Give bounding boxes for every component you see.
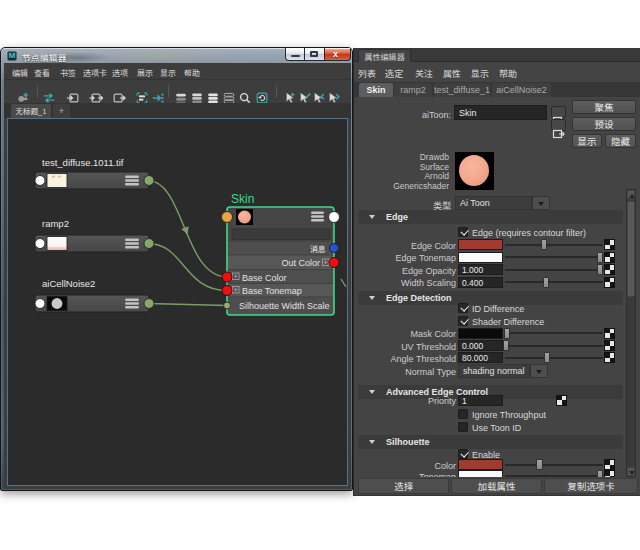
map-texture-icon-edge_tonemap[interactable] [604,252,615,263]
node-name-input[interactable]: Skin [454,105,547,120]
regraph-icon[interactable] [255,86,269,100]
node-skin[interactable]: Skin 消息 Out Color Base Color Base Tonema… [222,189,340,315]
map-texture-icon-edge_color[interactable] [604,239,615,250]
slider-handle-edge_tonemap[interactable] [597,252,604,263]
unpin-attribute-editor-icon[interactable] [551,119,566,131]
dropdown-normal_type[interactable]: shading normal [458,364,530,378]
dropdown-arrow-icon-normal_type[interactable] [530,364,548,378]
slider-handle-sil_tonemap[interactable] [597,470,604,477]
search-icon[interactable] [238,86,252,100]
graph-inout-icon[interactable] [89,86,103,100]
ae-node-tab-aiCellNoise2[interactable]: aiCellNoise2 [492,83,551,97]
maximize-button[interactable] [305,48,324,61]
node-test-diffuse[interactable]: test_diffuse.1011.tif [35,155,154,189]
map-texture-icon-priority[interactable] [556,395,567,406]
color-swatch-sil_tonemap[interactable] [458,470,503,477]
slider-handle-edge_opacity[interactable] [597,264,604,275]
material-preview-swatch[interactable] [455,152,494,190]
close-button[interactable]: x [324,48,351,61]
ae-menu-5[interactable]: 显示 [471,67,489,80]
checkbox-use_toon_id[interactable] [458,422,468,432]
value-field-edge_opacity[interactable]: 1.000 [458,264,503,275]
select-left-icon[interactable] [312,86,326,100]
node-editor-titlebar[interactable]: M 节点编辑器 x [1,48,352,63]
map-texture-icon-uv_threshold[interactable] [604,340,615,351]
select-downstream-icon[interactable] [283,86,297,100]
map-texture-icon-sil_color[interactable] [604,459,615,470]
show-button[interactable]: 显示 [572,134,602,148]
tab-untitled-1[interactable]: 无标题_1 [11,104,51,118]
color-swatch-edge_tonemap[interactable] [458,252,503,263]
map-texture-icon-edge_opacity[interactable] [604,264,615,275]
graph-input-icon[interactable] [66,86,80,100]
minimize-button[interactable] [285,48,305,61]
map-texture-icon-width_scaling[interactable] [604,277,615,288]
ne-menu-3[interactable]: 书签 [60,67,76,78]
layout-full-icon[interactable] [206,86,220,100]
ae-menu-2[interactable]: 选定 [385,67,403,80]
ne-menu-6[interactable]: 展示 [137,67,153,78]
collapse-triangle-icon[interactable] [369,440,375,444]
pin-attribute-editor-icon[interactable] [551,106,566,118]
ne-menu-1[interactable]: 编辑 [12,67,28,78]
node-graph-canvas[interactable]: test_diffuse.1011.tif ramp2 aiCellNoise2… [7,118,348,486]
slider-handle-uv_threshold[interactable] [503,340,510,351]
collapse-triangle-icon[interactable] [369,215,375,219]
value-field-angle_threshold[interactable]: 80.000 [458,352,503,363]
ne-menu-4[interactable]: 选项卡 [83,67,107,78]
map-texture-icon-mask_color[interactable] [604,328,615,339]
ae-menu-1[interactable]: 列表 [358,67,376,80]
swap-io-icon[interactable] [42,86,56,100]
pin-selected-icon[interactable] [151,86,165,100]
checkbox-sil_enable[interactable] [458,449,468,459]
ae-node-tab-ramp2[interactable]: ramp2 [394,83,432,97]
value-field-width_scaling[interactable]: 0.400 [458,277,503,288]
focus-button[interactable]: 聚焦 [572,100,636,114]
create-node-icon[interactable] [16,86,30,100]
ne-menu-5[interactable]: 选项 [112,67,128,78]
scroll-down-icon[interactable] [627,467,635,476]
select-right-icon[interactable] [327,86,341,100]
ne-menu-2[interactable]: 查看 [34,67,50,78]
select-button[interactable]: 选择 [358,478,449,494]
checkbox-id_difference[interactable] [458,303,468,313]
presets-button[interactable]: 预设 [572,117,636,131]
ne-menu-7[interactable]: 显示 [160,67,176,78]
color-swatch-sil_color[interactable] [458,459,503,470]
slider-handle-width_scaling[interactable] [543,277,550,288]
copy-tab-button[interactable]: 复制选项卡 [544,478,638,494]
value-field-uv_threshold[interactable]: 0.000 [458,340,503,351]
slider-handle-mask_color[interactable] [504,328,511,339]
node-aicellnoise2[interactable]: aiCellNoise2 [35,276,154,312]
color-swatch-mask_color[interactable] [458,328,503,339]
slider-handle-edge_color[interactable] [541,239,548,250]
node-ramp2[interactable]: ramp2 [35,216,154,252]
load-attributes-button[interactable]: 加载属性 [451,478,542,494]
color-swatch-edge_color[interactable] [458,239,503,250]
slider-handle-sil_color[interactable] [536,459,543,470]
ae-menu-3[interactable]: 关注 [415,67,433,80]
scrollbar-thumb[interactable] [627,201,635,297]
ae-node-tab-Skin[interactable]: Skin [359,83,393,97]
map-texture-icon-sil_tonemap[interactable] [604,470,615,477]
layout-simple-icon[interactable] [174,86,188,100]
collapse-triangle-icon[interactable] [369,296,375,300]
section-header-edge_header[interactable]: Edge [358,210,623,224]
scroll-up-icon[interactable] [627,190,635,199]
add-tab-button[interactable]: + [53,104,70,118]
slider-handle-angle_threshold[interactable] [544,352,551,363]
checkbox-shader_difference[interactable] [458,316,468,326]
attribute-editor-tab[interactable]: 属性编辑器 [358,49,411,62]
select-upstream-icon[interactable] [298,86,312,100]
layout-connected-icon[interactable] [190,86,204,100]
layout-custom-icon[interactable] [222,86,236,100]
add-selected-icon[interactable] [135,86,149,100]
hide-button[interactable]: 隐藏 [605,134,636,148]
graph-output-icon[interactable] [112,86,126,100]
map-texture-icon-angle_threshold[interactable] [604,352,615,363]
ae-menu-4[interactable]: 属性 [443,67,461,80]
value-field-priority[interactable]: 1 [458,395,503,406]
ae-menu-6[interactable]: 帮助 [499,67,517,80]
attributes-scrollbar[interactable] [626,189,636,477]
checkbox-ignore_throughput[interactable] [458,409,468,419]
